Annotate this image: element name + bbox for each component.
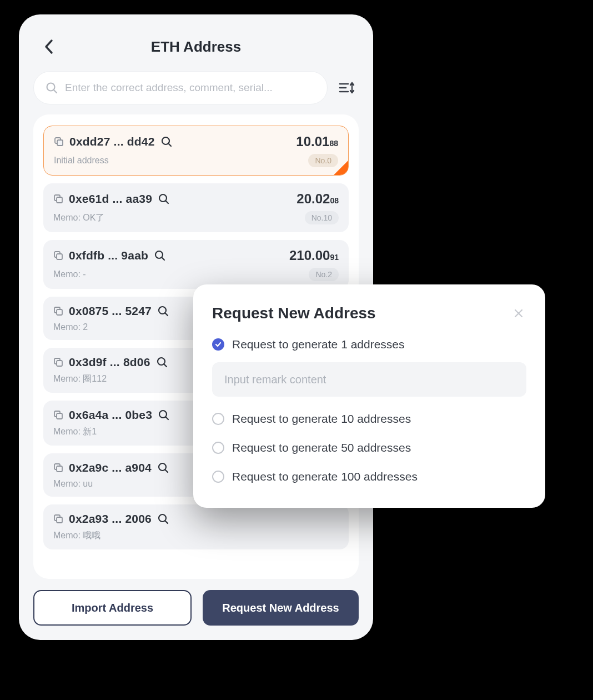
check-icon — [215, 341, 222, 348]
lookup-icon[interactable] — [157, 462, 169, 474]
copy-icon[interactable] — [53, 410, 63, 420]
modal-header: Request New Address — [212, 304, 526, 322]
header: ETH Address — [33, 30, 359, 63]
svg-rect-8 — [57, 254, 62, 259]
option-label: Request to generate 100 addresses — [232, 470, 418, 483]
option-label: Request to generate 1 addresses — [232, 338, 405, 351]
modal-close-button[interactable] — [511, 306, 526, 321]
address-card[interactable]: 0xe61d ... aa39 20.0208 Memo: OK了 No.10 — [43, 183, 349, 232]
copy-icon[interactable] — [53, 251, 63, 261]
lookup-icon[interactable] — [158, 193, 170, 205]
generate-option[interactable]: Request to generate 50 addresses — [212, 441, 526, 454]
page-title: ETH Address — [151, 38, 241, 56]
address-number-badge: No.2 — [309, 268, 339, 281]
address-row-top: 0xe61d ... aa39 20.0208 — [53, 191, 339, 207]
address-memo: Initial address — [54, 156, 109, 166]
address-memo: Memo: 圈112 — [53, 373, 107, 385]
address-text: 0x2a9c ... a904 — [69, 461, 152, 474]
option-label: Request to generate 50 addresses — [232, 441, 411, 454]
search-box[interactable] — [33, 71, 328, 104]
lookup-icon[interactable] — [157, 513, 169, 525]
request-new-address-button[interactable]: Request New Address — [203, 590, 359, 626]
address-memo: Memo: - — [53, 269, 86, 279]
search-input[interactable] — [65, 82, 316, 94]
address-text: 0x3d9f ... 8d06 — [69, 356, 150, 369]
chevron-left-icon — [44, 39, 54, 54]
remark-input[interactable] — [212, 362, 526, 397]
address-text: 0x6a4a ... 0be3 — [69, 408, 152, 422]
address-balance: 10.0188 — [296, 134, 338, 149]
svg-rect-5 — [57, 197, 62, 203]
lookup-icon[interactable] — [154, 249, 166, 262]
import-address-button[interactable]: Import Address — [33, 590, 192, 626]
address-row-top: 0xfdfb ... 9aab 210.0091 — [53, 248, 339, 263]
radio-button[interactable] — [212, 471, 224, 483]
address-memo: Memo: 新1 — [53, 426, 97, 438]
radio-button[interactable] — [212, 442, 224, 454]
address-text: 0x2a93 ... 2006 — [69, 512, 152, 526]
lookup-icon[interactable] — [160, 136, 173, 148]
svg-rect-23 — [57, 517, 62, 523]
svg-rect-11 — [57, 309, 62, 315]
address-row-bottom: Initial address No.0 — [54, 154, 338, 167]
address-balance: 20.0208 — [296, 191, 339, 207]
svg-rect-14 — [57, 361, 62, 366]
address-text: 0xdd27 ... dd42 — [69, 135, 155, 148]
copy-icon[interactable] — [53, 357, 63, 367]
address-memo: Memo: 哦哦 — [53, 530, 100, 542]
address-card[interactable]: 0xfdfb ... 9aab 210.0091 Memo: - No.2 — [43, 240, 349, 289]
address-card[interactable]: 0xdd27 ... dd42 10.0188 Initial address … — [43, 126, 349, 176]
address-memo: Memo: uu — [53, 479, 93, 489]
address-row-top: 0xdd27 ... dd42 10.0188 — [54, 134, 338, 149]
svg-rect-2 — [57, 140, 63, 146]
address-memo: Memo: OK了 — [53, 212, 104, 224]
copy-icon[interactable] — [53, 514, 63, 524]
address-number-badge: No.10 — [305, 211, 339, 224]
radio-button[interactable] — [212, 338, 224, 351]
copy-icon[interactable] — [54, 137, 64, 147]
close-icon — [513, 308, 524, 319]
generate-option[interactable]: Request to generate 100 addresses — [212, 470, 526, 483]
request-new-address-modal: Request New Address Request to generate … — [193, 284, 545, 508]
address-row-top: 0x2a93 ... 2006 — [53, 512, 339, 526]
address-balance: 210.0091 — [289, 248, 339, 263]
svg-rect-17 — [57, 413, 62, 419]
address-text: 0xfdfb ... 9aab — [69, 249, 148, 262]
option-label: Request to generate 10 addresses — [232, 412, 411, 426]
generate-option[interactable]: Request to generate 1 addresses — [212, 338, 526, 351]
search-row — [33, 71, 359, 104]
copy-icon[interactable] — [53, 306, 63, 316]
selected-corner-indicator — [333, 160, 349, 176]
svg-rect-20 — [57, 466, 62, 472]
sort-button[interactable] — [335, 76, 359, 99]
address-row-bottom: Memo: - No.2 — [53, 268, 339, 281]
footer-actions: Import Address Request New Address — [33, 590, 359, 626]
address-card[interactable]: 0x2a93 ... 2006 Memo: 哦哦 — [43, 504, 349, 549]
address-row-bottom: Memo: 哦哦 — [53, 530, 339, 542]
radio-button[interactable] — [212, 413, 224, 425]
lookup-icon[interactable] — [158, 409, 170, 421]
search-icon — [45, 81, 58, 94]
address-row-bottom: Memo: OK了 No.10 — [53, 211, 339, 224]
sort-icon — [338, 79, 356, 96]
lookup-icon[interactable] — [157, 305, 169, 317]
back-button[interactable] — [40, 38, 58, 56]
address-text: 0x0875 ... 5247 — [69, 304, 152, 318]
copy-icon[interactable] — [53, 463, 63, 473]
address-text: 0xe61d ... aa39 — [69, 192, 152, 206]
modal-title: Request New Address — [212, 304, 376, 322]
copy-icon[interactable] — [53, 194, 63, 204]
lookup-icon[interactable] — [156, 356, 168, 368]
address-memo: Memo: 2 — [53, 322, 88, 332]
generate-option[interactable]: Request to generate 10 addresses — [212, 412, 526, 426]
